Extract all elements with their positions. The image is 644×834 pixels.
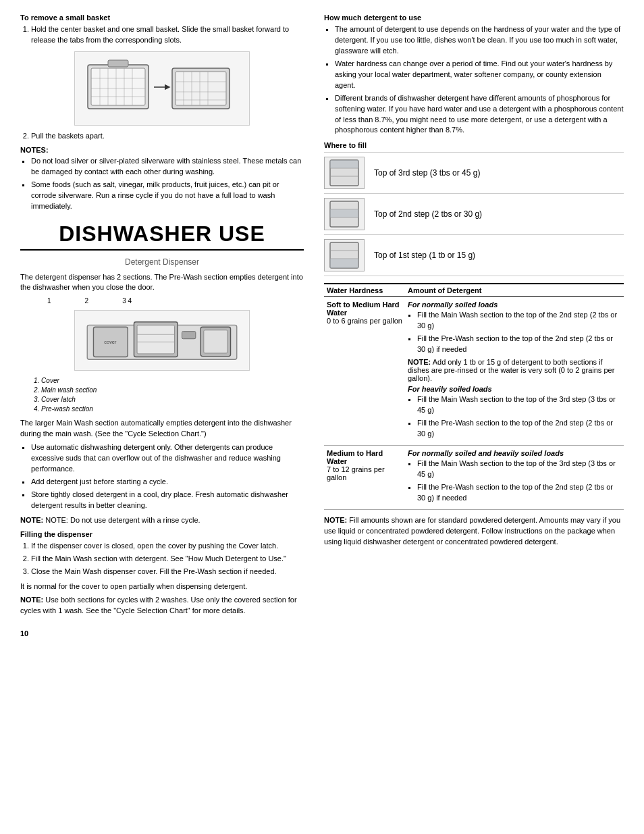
heavily-soiled-bullets: Fill the Main Wash section to the top of… — [408, 394, 621, 440]
soft-note-text: Add only 1 tb or 15 g of detergent to bo… — [408, 358, 614, 382]
how-much-bullet-1: The amount of detergent to use depends o… — [335, 24, 624, 57]
detergent-hard-cell: For normally soiled and heavily soiled l… — [405, 445, 624, 509]
svg-rect-10 — [108, 60, 128, 67]
how-much-bullet-3: Different brands of dishwasher detergent… — [335, 93, 624, 136]
fill-row-2: Top of 2nd step (2 tbs or 30 g) — [324, 194, 624, 235]
normally-soiled-header: For normally soiled loads — [408, 301, 621, 309]
fill-box-2 — [324, 198, 365, 230]
basket-diagram — [74, 51, 250, 126]
where-to-fill-section: Top of 3rd step (3 tbs or 45 g) Top of 2… — [324, 152, 624, 276]
svg-rect-12 — [176, 72, 226, 105]
fill-row-3: Top of 3rd step (3 tbs or 45 g) — [324, 152, 624, 194]
notes-label: NOTES: — [20, 146, 304, 154]
bullet-1: Use automatic dishwashing detergent only… — [31, 442, 304, 475]
fill-label-3: Top of 3rd step (3 tbs or 45 g) — [374, 168, 480, 178]
hs-bullet-1: Fill the Main Wash section to the top of… — [417, 394, 621, 416]
detergent-bullets: Use automatic dishwashing detergent only… — [20, 442, 304, 511]
basket-note-1: Do not load silver or silver-plated silv… — [31, 156, 304, 178]
dispenser-intro: The detergent dispenser has 2 sections. … — [20, 272, 304, 294]
water-hard-type: Medium to Hard Water — [327, 449, 402, 465]
fill-step-1: If the dispenser cover is closed, open t… — [31, 541, 304, 552]
note-inline-label: NOTE: — [20, 516, 43, 524]
hs-bullet-2: Fill the Pre-Wash section to the top of … — [417, 418, 621, 440]
svg-rect-30 — [204, 330, 227, 353]
main-para: The larger Main Wash section automatical… — [20, 418, 304, 440]
page-title: DISHWASHER USE — [20, 221, 304, 246]
bullet-2: Add detergent just before starting a cyc… — [31, 477, 304, 488]
fill-row-1: Top of 1st step (1 tb or 15 g) — [324, 235, 624, 276]
svg-rect-42 — [330, 259, 358, 268]
basket-section-title: To remove a small basket — [20, 14, 304, 22]
num-1: 1 — [47, 297, 51, 305]
ns-bullet-2: Fill the Pre-Wash section to the top of … — [417, 334, 621, 355]
hard-normally-header: For normally soiled and heavily soiled l… — [408, 449, 621, 457]
water-hard-grains: 7 to 12 grains per gallon — [327, 465, 402, 481]
basket-step-2: Pull the baskets apart. — [31, 131, 304, 142]
fill-label-2: Top of 2nd step (2 tbs or 30 g) — [374, 209, 482, 219]
soft-note-label: NOTE: — [408, 358, 431, 366]
filling-steps: If the dispenser cover is closed, open t… — [20, 541, 304, 577]
part-label-4: 4. Pre-wash section — [34, 405, 304, 414]
soft-note: NOTE: Add only 1 tb or 15 g of detergent… — [408, 358, 621, 382]
dispenser-part-labels: 1. Cover 2. Main wash section 3. Cover l… — [20, 376, 304, 414]
water-soft-type: Soft to Medium Hard Water — [327, 301, 402, 317]
svg-rect-34 — [330, 160, 358, 168]
num-34: 3 4 — [122, 297, 132, 305]
water-soft-cell: Soft to Medium Hard Water 0 to 6 grains … — [324, 297, 405, 446]
hard-ns-bullet-1: Fill the Main Wash section to the top of… — [417, 459, 621, 480]
note-both-label: NOTE: — [20, 596, 43, 604]
filling-title: Filling the dispenser — [20, 530, 304, 538]
heavily-soiled-header: For heavily soiled loads — [408, 385, 621, 393]
left-column: To remove a small basket Hold the center… — [20, 14, 304, 637]
fill-step-2: Fill the Main Wash section with detergen… — [31, 554, 304, 565]
table-row-hard: Medium to Hard Water 7 to 12 grains per … — [324, 445, 624, 509]
col1-header: Water Hardness — [324, 284, 405, 297]
note-cycle-text: NOTE: Do not use detergent with a rinse … — [45, 516, 200, 524]
note-cycle: NOTE: NOTE: Do not use detergent with a … — [20, 515, 304, 526]
fill-label-1: Top of 1st step (1 tb or 15 g) — [374, 251, 475, 260]
normally-soiled-bullets: Fill the Main Wash section to the top of… — [408, 310, 621, 355]
note-both-text: Use both sections for cycles with 2 wash… — [20, 596, 297, 615]
basket-note-2: Some foods (such as salt, vinegar, milk … — [31, 180, 304, 212]
col2-header: Amount of Detergent — [405, 284, 624, 297]
bottom-note: NOTE: Fill amounts shown are for standar… — [324, 515, 624, 548]
part-label-3: 3. Cover latch — [34, 395, 304, 405]
where-to-fill-title: Where to fill — [324, 141, 624, 149]
how-much-title: How much detergent to use — [324, 14, 624, 22]
svg-rect-25 — [137, 325, 174, 353]
bottom-note-text: Fill amounts shown are for standard powd… — [324, 516, 620, 546]
table-row-soft: Soft to Medium Hard Water 0 to 6 grains … — [324, 297, 624, 446]
subtitle: Detergent Dispenser — [20, 257, 304, 267]
detergent-soft-cell: For normally soiled loads Fill the Main … — [405, 297, 624, 446]
num-2: 2 — [85, 297, 89, 305]
right-column: How much detergent to use The amount of … — [324, 14, 624, 637]
part-label-2: 2. Main wash section — [34, 386, 304, 395]
basket-step-1: Hold the center basket and one small bas… — [31, 24, 304, 46]
hardness-table: Water Hardness Amount of Detergent Soft … — [324, 283, 624, 509]
svg-rect-28 — [182, 332, 196, 339]
numbered-labels: 1 2 3 4 — [20, 297, 304, 305]
ns-bullet-1: Fill the Main Wash section to the top of… — [417, 310, 621, 332]
bottom-note-label: NOTE: — [324, 516, 347, 524]
water-hard-cell: Medium to Hard Water 7 to 12 grains per … — [324, 445, 405, 509]
fill-box-3 — [324, 157, 365, 189]
svg-text:cover: cover — [104, 339, 117, 345]
svg-rect-1 — [91, 68, 145, 105]
how-much-bullet-2: Water hardness can change over a period … — [335, 59, 624, 91]
note-both: NOTE: Use both sections for cycles with … — [20, 595, 304, 617]
partial-open: It is normal for the cover to open parti… — [20, 581, 304, 592]
fill-box-1 — [324, 239, 365, 271]
water-soft-grains: 0 to 6 grains per gallon — [327, 317, 402, 325]
bullet-3: Store tightly closed detergent in a cool… — [31, 490, 304, 511]
hard-normally-bullets: Fill the Main Wash section to the top of… — [408, 459, 621, 504]
part-label-1: 1. Cover — [34, 376, 304, 386]
hard-ns-bullet-2: Fill the Pre-Wash section to the top of … — [417, 482, 621, 504]
page-number: 10 — [20, 629, 304, 637]
how-much-bullets: The amount of detergent to use depends o… — [324, 24, 624, 136]
svg-rect-38 — [330, 209, 358, 217]
fill-step-3: Close the Main Wash dispenser cover. Fil… — [31, 567, 304, 577]
dispenser-diagram: cover — [74, 310, 250, 371]
